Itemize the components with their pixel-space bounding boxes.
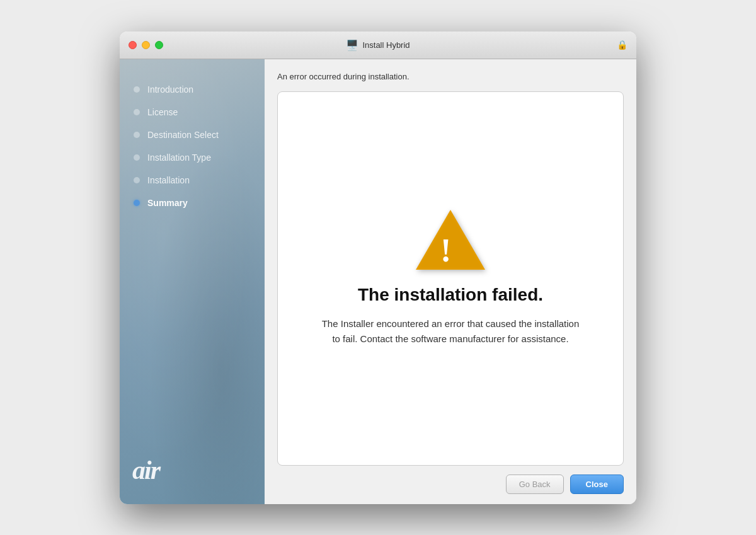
close-window-button[interactable] bbox=[129, 41, 137, 49]
sidebar-label-summary: Summary bbox=[147, 198, 188, 208]
sidebar-item-summary[interactable]: Summary bbox=[126, 192, 265, 214]
warning-icon bbox=[416, 210, 485, 270]
sidebar-label-destination-select: Destination Select bbox=[147, 130, 219, 140]
sidebar-dot-license bbox=[134, 109, 140, 115]
sidebar-item-installation-type[interactable]: Installation Type bbox=[126, 146, 265, 169]
maximize-window-button[interactable] bbox=[155, 41, 163, 49]
sidebar-dot-summary bbox=[134, 200, 140, 206]
minimize-window-button[interactable] bbox=[142, 41, 150, 49]
sidebar-dot-destination-select bbox=[134, 132, 140, 138]
close-button[interactable]: Close bbox=[570, 475, 624, 494]
titlebar-title-group: 🖥️ Install Hybrid bbox=[346, 39, 410, 51]
sidebar-dot-installation-type bbox=[134, 154, 140, 161]
sidebar-item-destination-select[interactable]: Destination Select bbox=[126, 124, 265, 146]
sidebar-label-installation-type: Installation Type bbox=[147, 152, 211, 163]
app-icon: 🖥️ bbox=[346, 39, 358, 51]
failure-title: The installation failed. bbox=[358, 285, 543, 305]
titlebar: 🖥️ Install Hybrid 🔒 bbox=[120, 32, 636, 59]
sidebar-dot-introduction bbox=[134, 86, 140, 93]
main-content: Introduction License Destination Select … bbox=[120, 59, 636, 504]
sidebar-item-introduction[interactable]: Introduction bbox=[126, 78, 265, 101]
failure-description: The Installer encountered an error that … bbox=[318, 316, 583, 347]
sidebar-nav: Introduction License Destination Select … bbox=[120, 78, 265, 442]
installer-window: 🖥️ Install Hybrid 🔒 Introduction License… bbox=[120, 32, 636, 504]
sidebar-item-installation[interactable]: Installation bbox=[126, 169, 265, 192]
lock-icon: 🔒 bbox=[617, 40, 627, 50]
window-controls bbox=[129, 41, 163, 49]
warning-triangle bbox=[416, 210, 485, 270]
footer-buttons: Go Back Close bbox=[277, 475, 624, 494]
sidebar-dot-installation bbox=[134, 177, 140, 183]
titlebar-title-text: Install Hybrid bbox=[362, 40, 410, 50]
sidebar-label-installation: Installation bbox=[147, 175, 190, 185]
air-logo: air bbox=[120, 442, 265, 504]
content-box: The installation failed. The Installer e… bbox=[277, 91, 624, 466]
sidebar: Introduction License Destination Select … bbox=[120, 59, 265, 504]
sidebar-item-license[interactable]: License bbox=[126, 101, 265, 124]
go-back-button[interactable]: Go Back bbox=[506, 475, 564, 494]
error-header: An error occurred during installation. bbox=[277, 72, 624, 81]
right-panel: An error occurred during installation. T… bbox=[265, 59, 636, 504]
sidebar-label-introduction: Introduction bbox=[147, 84, 193, 95]
sidebar-label-license: License bbox=[147, 107, 178, 117]
